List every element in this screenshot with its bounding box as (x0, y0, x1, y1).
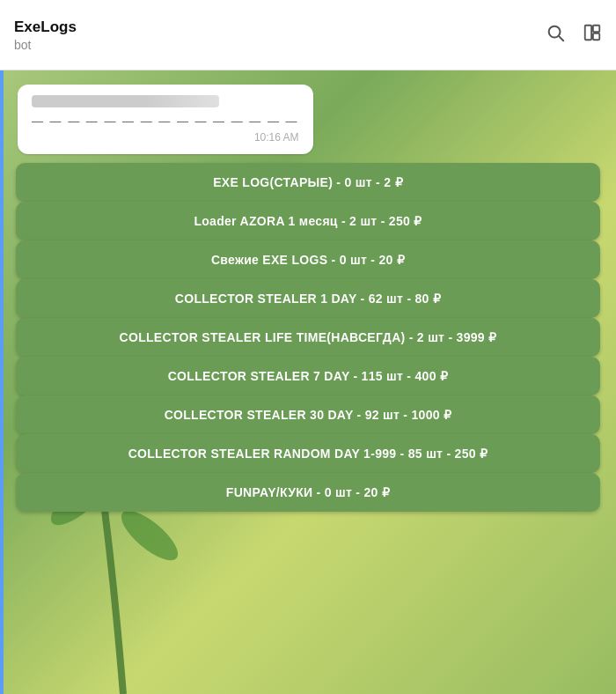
product-button-8[interactable]: FUNPAY/КУКИ - 0 шт - 20 ₽ (16, 473, 600, 512)
chat-subtitle: bot (14, 38, 546, 52)
layout-icon[interactable] (583, 23, 602, 47)
message-blurred-text (32, 95, 219, 107)
product-button-2[interactable]: Свежие EXE LOGS - 0 шт - 20 ₽ (16, 240, 600, 279)
product-button-5[interactable]: COLLECTOR STEALER 7 DAY - 115 шт - 400 ₽ (16, 357, 600, 395)
left-accent-bar (0, 70, 4, 694)
product-button-3[interactable]: COLLECTOR STEALER 1 DAY - 62 шт - 80 ₽ (16, 279, 600, 318)
product-button-1[interactable]: Loader AZORA 1 месяц - 2 шт - 250 ₽ (16, 202, 600, 240)
product-button-7[interactable]: COLLECTOR STEALER RANDOM DAY 1-999 - 85 … (16, 434, 600, 473)
svg-rect-2 (585, 26, 591, 41)
product-button-0[interactable]: EXE LOG(СТАРЫЕ) - 0 шт - 2 ₽ (16, 163, 600, 202)
message-dashes: — — — — — — — — — — — — — — — (32, 114, 299, 128)
message-bubble: — — — — — — — — — — — — — — — 10:16 AM (18, 85, 313, 154)
svg-rect-3 (593, 26, 599, 32)
chat-area: — — — — — — — — — — — — — — — 10:16 AM E… (0, 70, 616, 694)
svg-line-1 (559, 36, 563, 41)
message-time: 10:16 AM (32, 131, 299, 144)
chat-content: — — — — — — — — — — — — — — — 10:16 AM E… (0, 70, 616, 526)
search-icon[interactable] (546, 23, 565, 47)
header: ExeLogs bot (0, 0, 616, 70)
header-icons (546, 23, 602, 47)
buttons-container: EXE LOG(СТАРЫЕ) - 0 шт - 2 ₽Loader AZORA… (11, 163, 605, 512)
product-button-6[interactable]: COLLECTOR STEALER 30 DAY - 92 шт - 1000 … (16, 395, 600, 434)
chat-title: ExeLogs (14, 18, 546, 36)
svg-rect-4 (593, 33, 599, 40)
product-button-4[interactable]: COLLECTOR STEALER LIFE TIME(НАВСЕГДА) - … (16, 318, 600, 357)
header-left: ExeLogs bot (14, 18, 546, 52)
